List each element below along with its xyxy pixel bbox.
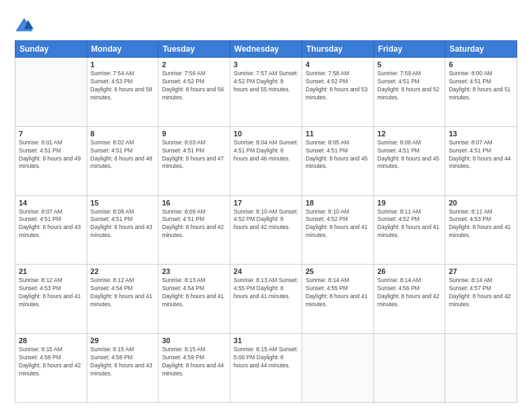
calendar-week-3: 21Sunrise: 8:12 AM Sunset: 4:53 PM Dayli… xyxy=(15,265,517,334)
day-number: 30 xyxy=(162,336,226,345)
calendar-cell xyxy=(15,58,87,127)
day-info: Sunrise: 8:11 AM Sunset: 4:53 PM Dayligh… xyxy=(449,208,513,240)
day-number: 14 xyxy=(19,199,83,207)
day-info: Sunrise: 8:13 AM Sunset: 4:54 PM Dayligh… xyxy=(162,277,226,309)
day-info: Sunrise: 8:11 AM Sunset: 4:52 PM Dayligh… xyxy=(378,208,441,240)
day-info: Sunrise: 8:00 AM Sunset: 4:51 PM Dayligh… xyxy=(449,70,513,102)
day-number: 24 xyxy=(234,267,298,275)
day-number: 25 xyxy=(306,267,370,275)
day-info: Sunrise: 8:08 AM Sunset: 4:51 PM Dayligh… xyxy=(91,208,155,240)
calendar-cell: 20Sunrise: 8:11 AM Sunset: 4:53 PM Dayli… xyxy=(445,195,517,265)
weekday-header-wednesday: Wednesday xyxy=(230,41,302,58)
day-info: Sunrise: 7:59 AM Sunset: 4:51 PM Dayligh… xyxy=(378,70,441,102)
day-info: Sunrise: 8:15 AM Sunset: 4:59 PM Dayligh… xyxy=(162,346,226,378)
day-number: 7 xyxy=(19,130,83,138)
day-info: Sunrise: 8:15 AM Sunset: 5:00 PM Dayligh… xyxy=(234,346,298,370)
day-number: 29 xyxy=(91,336,155,345)
day-number: 2 xyxy=(162,60,226,68)
day-info: Sunrise: 8:01 AM Sunset: 4:51 PM Dayligh… xyxy=(19,139,83,171)
day-info: Sunrise: 7:57 AM Sunset: 4:52 PM Dayligh… xyxy=(234,70,298,94)
calendar-cell: 15Sunrise: 8:08 AM Sunset: 4:51 PM Dayli… xyxy=(87,195,159,265)
day-info: Sunrise: 8:04 AM Sunset: 4:51 PM Dayligh… xyxy=(234,139,298,163)
calendar-cell: 24Sunrise: 8:13 AM Sunset: 4:55 PM Dayli… xyxy=(230,265,302,334)
logo-icon xyxy=(15,16,34,35)
calendar-cell: 7Sunrise: 8:01 AM Sunset: 4:51 PM Daylig… xyxy=(15,126,87,195)
day-number: 10 xyxy=(234,130,298,138)
day-number: 8 xyxy=(91,130,155,138)
day-info: Sunrise: 8:14 AM Sunset: 4:56 PM Dayligh… xyxy=(378,277,441,309)
calendar-cell: 14Sunrise: 8:07 AM Sunset: 4:51 PM Dayli… xyxy=(15,195,87,265)
day-info: Sunrise: 8:06 AM Sunset: 4:51 PM Dayligh… xyxy=(378,139,441,171)
calendar-week-2: 14Sunrise: 8:07 AM Sunset: 4:51 PM Dayli… xyxy=(15,195,517,265)
day-info: Sunrise: 7:56 AM Sunset: 4:52 PM Dayligh… xyxy=(162,70,226,102)
calendar-cell: 2Sunrise: 7:56 AM Sunset: 4:52 PM Daylig… xyxy=(159,58,230,127)
weekday-header-thursday: Thursday xyxy=(302,41,374,58)
weekday-header-saturday: Saturday xyxy=(445,41,517,58)
day-info: Sunrise: 8:12 AM Sunset: 4:54 PM Dayligh… xyxy=(91,277,155,309)
day-number: 20 xyxy=(449,199,513,207)
day-info: Sunrise: 7:54 AM Sunset: 4:53 PM Dayligh… xyxy=(91,70,155,102)
calendar-cell xyxy=(445,334,517,403)
day-number: 12 xyxy=(378,130,441,138)
day-number: 3 xyxy=(234,60,298,68)
calendar-cell xyxy=(302,334,374,403)
calendar: SundayMondayTuesdayWednesdayThursdayFrid… xyxy=(15,40,517,403)
day-number: 22 xyxy=(91,267,155,275)
day-info: Sunrise: 8:07 AM Sunset: 4:51 PM Dayligh… xyxy=(19,208,83,240)
day-info: Sunrise: 8:15 AM Sunset: 4:58 PM Dayligh… xyxy=(19,346,83,378)
day-number: 13 xyxy=(449,130,513,138)
day-number: 6 xyxy=(449,60,513,68)
calendar-cell: 28Sunrise: 8:15 AM Sunset: 4:58 PM Dayli… xyxy=(15,334,87,403)
day-info: Sunrise: 8:07 AM Sunset: 4:51 PM Dayligh… xyxy=(449,139,513,171)
weekday-header-friday: Friday xyxy=(373,41,445,58)
calendar-cell: 13Sunrise: 8:07 AM Sunset: 4:51 PM Dayli… xyxy=(445,126,517,195)
day-number: 1 xyxy=(91,60,155,68)
calendar-cell xyxy=(373,334,445,403)
calendar-cell: 3Sunrise: 7:57 AM Sunset: 4:52 PM Daylig… xyxy=(230,58,302,127)
calendar-week-4: 28Sunrise: 8:15 AM Sunset: 4:58 PM Dayli… xyxy=(15,334,517,403)
calendar-body: 1Sunrise: 7:54 AM Sunset: 4:53 PM Daylig… xyxy=(15,58,517,403)
day-info: Sunrise: 8:15 AM Sunset: 4:58 PM Dayligh… xyxy=(91,346,155,378)
day-number: 18 xyxy=(306,199,370,207)
calendar-cell: 6Sunrise: 8:00 AM Sunset: 4:51 PM Daylig… xyxy=(445,58,517,127)
calendar-cell: 30Sunrise: 8:15 AM Sunset: 4:59 PM Dayli… xyxy=(159,334,230,403)
day-info: Sunrise: 8:02 AM Sunset: 4:51 PM Dayligh… xyxy=(91,139,155,171)
day-info: Sunrise: 8:03 AM Sunset: 4:51 PM Dayligh… xyxy=(162,139,226,171)
day-info: Sunrise: 8:10 AM Sunset: 4:52 PM Dayligh… xyxy=(234,208,298,232)
day-number: 28 xyxy=(19,336,83,345)
calendar-cell: 16Sunrise: 8:09 AM Sunset: 4:51 PM Dayli… xyxy=(159,195,230,265)
calendar-cell: 21Sunrise: 8:12 AM Sunset: 4:53 PM Dayli… xyxy=(15,265,87,334)
day-info: Sunrise: 8:12 AM Sunset: 4:53 PM Dayligh… xyxy=(19,277,83,309)
calendar-cell: 19Sunrise: 8:11 AM Sunset: 4:52 PM Dayli… xyxy=(373,195,445,265)
day-info: Sunrise: 8:14 AM Sunset: 4:57 PM Dayligh… xyxy=(449,277,513,309)
calendar-cell: 29Sunrise: 8:15 AM Sunset: 4:58 PM Dayli… xyxy=(87,334,159,403)
day-number: 26 xyxy=(378,267,441,275)
day-info: Sunrise: 8:14 AM Sunset: 4:55 PM Dayligh… xyxy=(306,277,370,309)
calendar-cell: 10Sunrise: 8:04 AM Sunset: 4:51 PM Dayli… xyxy=(230,126,302,195)
day-info: Sunrise: 8:13 AM Sunset: 4:55 PM Dayligh… xyxy=(234,277,298,301)
day-number: 17 xyxy=(234,199,298,207)
calendar-week-0: 1Sunrise: 7:54 AM Sunset: 4:53 PM Daylig… xyxy=(15,58,517,127)
day-number: 9 xyxy=(162,130,226,138)
day-number: 19 xyxy=(378,199,441,207)
weekday-row: SundayMondayTuesdayWednesdayThursdayFrid… xyxy=(15,41,517,58)
calendar-cell: 25Sunrise: 8:14 AM Sunset: 4:55 PM Dayli… xyxy=(302,265,374,334)
day-info: Sunrise: 8:05 AM Sunset: 4:51 PM Dayligh… xyxy=(306,139,370,171)
header xyxy=(15,12,517,35)
calendar-cell: 11Sunrise: 8:05 AM Sunset: 4:51 PM Dayli… xyxy=(302,126,374,195)
day-info: Sunrise: 7:58 AM Sunset: 4:52 PM Dayligh… xyxy=(306,70,370,102)
day-info: Sunrise: 8:10 AM Sunset: 4:52 PM Dayligh… xyxy=(306,208,370,240)
page: SundayMondayTuesdayWednesdayThursdayFrid… xyxy=(0,0,532,411)
calendar-cell: 8Sunrise: 8:02 AM Sunset: 4:51 PM Daylig… xyxy=(87,126,159,195)
day-info: Sunrise: 8:09 AM Sunset: 4:51 PM Dayligh… xyxy=(162,208,226,240)
weekday-header-sunday: Sunday xyxy=(15,41,87,58)
calendar-cell: 22Sunrise: 8:12 AM Sunset: 4:54 PM Dayli… xyxy=(87,265,159,334)
calendar-cell: 5Sunrise: 7:59 AM Sunset: 4:51 PM Daylig… xyxy=(373,58,445,127)
calendar-cell: 12Sunrise: 8:06 AM Sunset: 4:51 PM Dayli… xyxy=(373,126,445,195)
calendar-cell: 1Sunrise: 7:54 AM Sunset: 4:53 PM Daylig… xyxy=(87,58,159,127)
calendar-cell: 27Sunrise: 8:14 AM Sunset: 4:57 PM Dayli… xyxy=(445,265,517,334)
day-number: 11 xyxy=(306,130,370,138)
logo xyxy=(15,15,36,35)
calendar-cell: 4Sunrise: 7:58 AM Sunset: 4:52 PM Daylig… xyxy=(302,58,374,127)
calendar-cell: 23Sunrise: 8:13 AM Sunset: 4:54 PM Dayli… xyxy=(159,265,230,334)
